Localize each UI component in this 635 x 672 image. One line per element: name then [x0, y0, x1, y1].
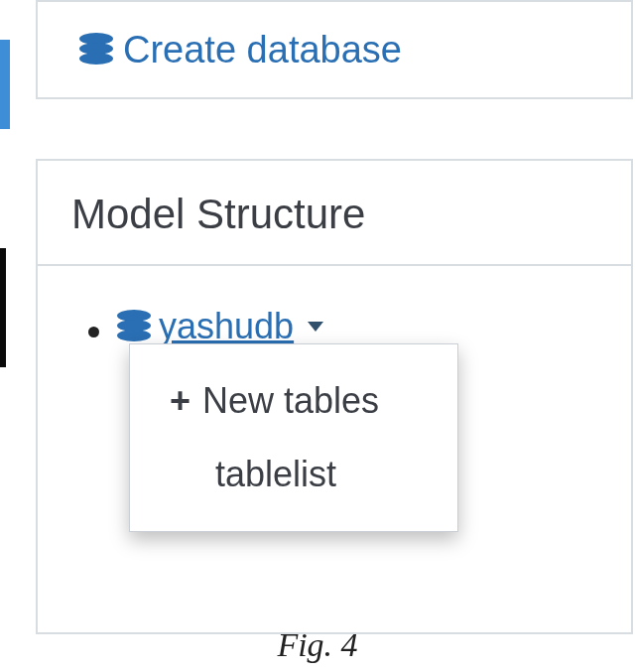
- model-structure-body: yashudb placeholder + New tables tableli…: [38, 266, 631, 632]
- create-database-button[interactable]: Create database: [79, 29, 402, 71]
- database-icon: [117, 310, 151, 343]
- left-rail-dark: [0, 248, 6, 367]
- database-dropdown: + New tables tablelist: [129, 343, 458, 532]
- plus-icon: +: [170, 383, 190, 419]
- model-structure-title: Model Structure: [38, 161, 631, 266]
- tablelist-item[interactable]: tablelist: [130, 438, 457, 511]
- create-database-label: Create database: [123, 29, 402, 71]
- new-tables-label: New tables: [202, 380, 379, 422]
- create-database-card: Create database: [36, 0, 633, 99]
- model-structure-panel: Model Structure yashudb placeholder: [36, 159, 633, 634]
- new-tables-item[interactable]: + New tables: [130, 364, 457, 438]
- caret-down-icon[interactable]: [308, 322, 323, 332]
- left-rail-accent: [0, 40, 10, 129]
- figure-caption: Fig. 4: [0, 626, 635, 664]
- database-icon: [79, 33, 113, 67]
- database-link-yashudb[interactable]: yashudb: [159, 306, 294, 347]
- tablelist-label: tablelist: [215, 454, 336, 495]
